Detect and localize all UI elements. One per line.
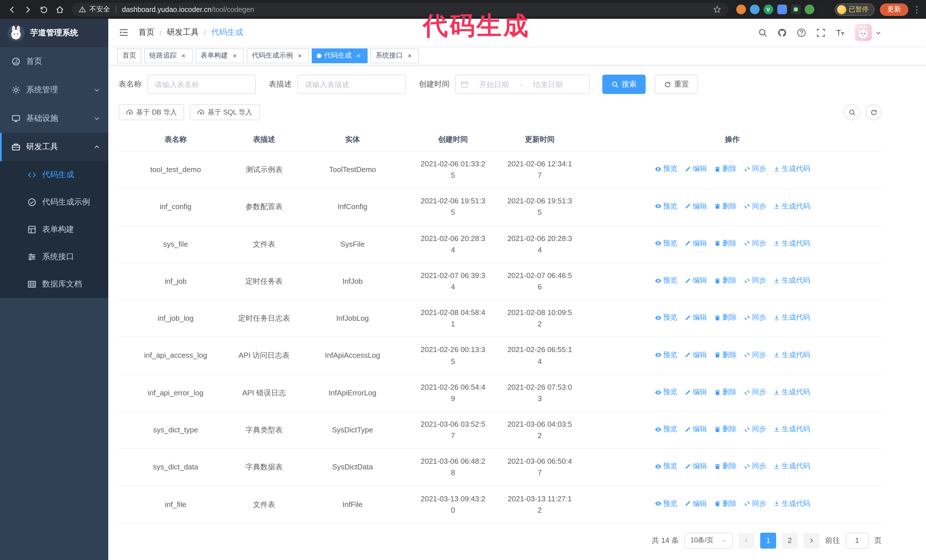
generate-code-link[interactable]: 生成代码 [773,238,810,249]
search-button[interactable]: 搜索 [602,75,646,94]
preview-link[interactable]: 预览 [654,461,677,472]
font-size-icon[interactable] [835,28,845,37]
breadcrumb-home[interactable]: 首页 [138,27,154,38]
sidebar-item-system-mgmt[interactable]: 系统管理 [0,76,108,104]
tab-system-api[interactable]: 系统接口× [371,48,419,63]
browser-forward-button[interactable] [21,2,35,17]
sidebar-item-system-api[interactable]: 系统接口 [0,243,108,270]
edit-link[interactable]: 编辑 [684,312,707,324]
end-date-input[interactable] [524,80,572,89]
extension-icon-2[interactable] [750,5,759,14]
extension-icon-5[interactable] [791,5,800,14]
extension-icon-7[interactable] [818,5,828,14]
sync-link[interactable]: 同步 [743,461,766,472]
browser-menu-button[interactable]: ⋮ [912,4,921,15]
search-icon[interactable] [758,28,767,37]
sync-link[interactable]: 同步 [743,238,766,249]
generate-code-link[interactable]: 生成代码 [773,201,810,212]
delete-link[interactable]: 删除 [714,163,737,175]
generate-code-link[interactable]: 生成代码 [773,163,810,175]
generate-code-link[interactable]: 生成代码 [773,461,810,472]
sync-link[interactable]: 同步 [743,387,766,398]
tab-codegen-example[interactable]: 代码生成示例× [247,48,309,63]
sync-link[interactable]: 同步 [743,201,766,212]
breadcrumb-dev-tools[interactable]: 研发工具 [167,27,199,38]
tab-close-icon[interactable]: × [296,51,304,60]
extension-icon-1[interactable] [736,5,746,14]
delete-link[interactable]: 删除 [714,387,737,398]
sync-link[interactable]: 同步 [743,275,766,286]
delete-link[interactable]: 删除 [714,238,737,249]
edit-link[interactable]: 编辑 [684,461,707,472]
delete-link[interactable]: 删除 [714,275,737,286]
start-date-input[interactable] [469,80,519,89]
table-name-input[interactable] [147,75,256,94]
preview-link[interactable]: 预览 [654,163,677,175]
github-icon[interactable] [777,28,787,37]
browser-back-button[interactable] [5,2,20,17]
toggle-search-button[interactable] [844,104,860,120]
fullscreen-icon[interactable] [816,28,826,37]
import-sql-button[interactable]: 基于 SQL 导入 [190,104,260,120]
reset-button[interactable]: 重置 [655,75,698,94]
delete-link[interactable]: 删除 [714,498,737,510]
delete-link[interactable]: 删除 [714,350,737,361]
refresh-table-button[interactable] [865,104,882,120]
edit-link[interactable]: 编辑 [684,201,707,212]
user-menu[interactable] [855,24,882,41]
edit-link[interactable]: 编辑 [684,238,707,249]
edit-link[interactable]: 编辑 [684,275,707,286]
create-time-range-picker[interactable]: - [455,75,590,94]
preview-link[interactable]: 预览 [654,312,677,324]
app-logo[interactable]: 芋道管理系统 [0,19,108,47]
delete-link[interactable]: 删除 [714,424,737,435]
sync-link[interactable]: 同步 [743,424,766,435]
sidebar-item-form-builder[interactable]: 表单构建 [0,216,108,243]
preview-link[interactable]: 预览 [654,350,677,361]
tab-close-icon[interactable]: × [180,51,188,60]
edit-link[interactable]: 编辑 [684,163,707,175]
browser-update-button[interactable]: 更新 [880,3,908,16]
edit-link[interactable]: 编辑 [684,424,707,435]
edit-link[interactable]: 编辑 [684,498,707,510]
bookmark-star-icon[interactable] [713,5,721,14]
preview-link[interactable]: 预览 [654,238,677,249]
generate-code-link[interactable]: 生成代码 [773,498,810,510]
tab-codegen[interactable]: 代码生成× [312,48,368,63]
page-size-select[interactable]: 10条/页 [685,533,733,549]
generate-code-link[interactable]: 生成代码 [773,350,810,361]
sidebar-item-db-doc[interactable]: 数据库文档 [0,270,108,298]
edit-link[interactable]: 编辑 [684,350,707,361]
extension-icon-6[interactable] [804,5,814,14]
browser-reload-button[interactable] [36,2,51,17]
sidebar-toggle-button[interactable] [117,26,130,39]
delete-link[interactable]: 删除 [714,461,737,472]
edit-link[interactable]: 编辑 [684,387,707,398]
generate-code-link[interactable]: 生成代码 [773,424,810,435]
next-page-button[interactable] [803,533,819,549]
address-bar[interactable]: 不安全 dashboard.yudao.iocoder.cn/tool/code… [72,3,728,16]
preview-link[interactable]: 预览 [654,424,677,435]
sync-link[interactable]: 同步 [743,498,766,510]
generate-code-link[interactable]: 生成代码 [773,275,810,286]
preview-link[interactable]: 预览 [654,201,677,212]
page-button-2[interactable]: 2 [782,533,798,549]
preview-link[interactable]: 预览 [654,275,677,286]
goto-page-input[interactable] [846,533,869,549]
sidebar-item-codegen-example[interactable]: 代码生成示例 [0,189,108,216]
tab-close-icon[interactable]: × [354,51,362,60]
preview-link[interactable]: 预览 [654,387,677,398]
preview-link[interactable]: 预览 [654,498,677,510]
security-chip[interactable]: 不安全 [79,5,110,14]
table-desc-input[interactable] [298,75,406,94]
sync-link[interactable]: 同步 [743,350,766,361]
sidebar-item-infrastructure[interactable]: 基础设施 [0,104,108,133]
tab-close-icon[interactable]: × [231,51,239,60]
tab-close-icon[interactable]: × [406,51,414,60]
delete-link[interactable]: 删除 [714,312,737,324]
page-button-1[interactable]: 1 [760,533,776,549]
sidebar-item-codegen[interactable]: 代码生成 [0,161,108,189]
browser-home-button[interactable] [53,2,67,17]
help-icon[interactable] [797,28,806,37]
prev-page-button[interactable] [738,533,755,549]
